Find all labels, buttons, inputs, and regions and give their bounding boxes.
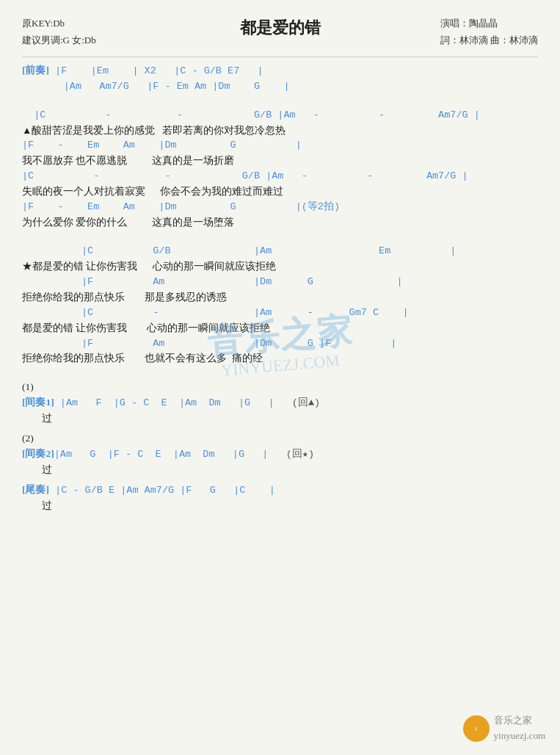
interlude2-lyric: 过 xyxy=(22,463,538,478)
prelude-line2: |Am Am7/G |F - Em Am |Dm G | xyxy=(22,79,538,95)
ch-lyric1: ★都是爱的错 让你伤害我 心动的那一瞬间就应该拒绝 xyxy=(22,259,538,275)
interlude1-line: [间奏1] |Am F |G - C E |Am Dm |G | (回▲) xyxy=(22,395,538,411)
v1-lyric1: ▲酸甜苦涩是我爱上你的感觉 若即若离的你对我忽冷忽热 xyxy=(22,123,538,139)
ch-chord2: |F Am |Dm G | xyxy=(22,275,538,290)
annotation2: (2) xyxy=(22,431,538,447)
v1-lyric3: 失眠的夜一个人对抗着寂寞 你会不会为我的难过而难过 xyxy=(22,184,538,200)
prelude-line1: [前奏] |F |Em | X2 |C - G/B E7 | xyxy=(22,63,538,79)
annotation2-block: (2) [间奏2]|Am G |F - C E |Am Dm |G | (回★)… xyxy=(22,431,538,478)
v1-chord4: |F - Em Am |Dm G |(等2拍) xyxy=(22,200,538,215)
interlude2-chords: |Am G |F - C E |Am Dm |G | (回★) xyxy=(54,449,314,460)
lyricist-label: 詞：林沛滴 曲：林沛滴 xyxy=(440,32,538,48)
page-container: 原KEY:Db 建议男调:G 女:Db 都是爱的错 演唱：陶晶晶 詞：林沛滴 曲… xyxy=(22,15,538,514)
artist-info: 演唱：陶晶晶 詞：林沛滴 曲：林沛滴 xyxy=(440,15,538,49)
ch-lyric2: 拒绝你给我的那点快乐 那是多残忍的诱惑 xyxy=(22,290,538,306)
footer-icon-symbol: ♪ xyxy=(474,723,478,734)
annotation1-block: (1) [间奏1] |Am F |G - C E |Am Dm |G | (回▲… xyxy=(22,380,538,427)
prelude-label: [前奏] xyxy=(22,65,49,76)
ch-chord3: |C - |Am - Gm7 C | xyxy=(22,306,538,321)
footer-icon: ♪ xyxy=(463,715,490,742)
prelude-section: [前奏] |F |Em | X2 |C - G/B E7 | |Am Am7/G… xyxy=(22,63,538,95)
ch-lyric3: 都是爱的错 让你伤害我 心动的那一瞬间就应该拒绝 xyxy=(22,321,538,336)
outro-lyric: 过 xyxy=(22,499,538,514)
v1-lyric4: 为什么爱你 爱你的什么 这真的是一场堕落 xyxy=(22,215,538,231)
v1-chord3: |C - - G/B |Am - - Am7/G | xyxy=(22,169,538,184)
interlude1-label: [间奏1] xyxy=(22,397,54,408)
song-body: [前奏] |F |Em | X2 |C - G/B E7 | |Am Am7/G… xyxy=(22,63,538,514)
page-header: 原KEY:Db 建议男调:G 女:Db 都是爱的错 演唱：陶晶晶 詞：林沛滴 曲… xyxy=(22,15,538,49)
interlude2-label: [间奏2] xyxy=(22,448,54,459)
v1-chord2: |F - Em Am |Dm G | xyxy=(22,138,538,153)
interlude1-chords: |Am F |G - C E |Am Dm |G | (回▲) xyxy=(54,397,320,408)
outro-label: [尾奏] xyxy=(22,484,49,495)
outro-chords: |C - G/B E |Am Am7/G |F G |C | xyxy=(49,485,275,496)
footer-site: 音乐之家 xyxy=(494,713,545,729)
ch-chord1: |C G/B |Am Em | xyxy=(22,244,538,259)
v1-chord1: |C - - G/B |Am - - Am7/G | xyxy=(22,108,538,123)
prelude-chords1: |F |Em | X2 |C - G/B E7 | xyxy=(49,65,263,76)
ch-lyric4: 拒绝你给我的那点快乐 也就不会有这么多 痛的经 xyxy=(22,351,538,366)
interlude2-line: [间奏2]|Am G |F - C E |Am Dm |G | (回★) xyxy=(22,447,538,463)
header-divider xyxy=(22,57,538,57)
chorus-block: |C G/B |Am Em | ★都是爱的错 让你伤害我 心动的那一瞬间就应该拒… xyxy=(22,244,538,366)
annotation1: (1) xyxy=(22,380,538,395)
song-title: 都是爱的错 xyxy=(240,15,321,40)
v1-lyric2: 我不愿放弃 也不愿逃脱 这真的是一场折磨 xyxy=(22,153,538,169)
footer-url: yinyuezj.com xyxy=(494,729,545,744)
footer-text: 音乐之家 yinyuezj.com xyxy=(494,713,545,744)
ch-chord4: |F Am |Dm G |F | xyxy=(22,336,538,352)
footer-watermark: ♪ 音乐之家 yinyuezj.com xyxy=(463,713,545,744)
verse1-block: |C - - G/B |Am - - Am7/G | ▲酸甜苦涩是我爱上你的感觉… xyxy=(22,108,538,231)
artist-label: 演唱：陶晶晶 xyxy=(440,15,538,32)
outro-line: [尾奏] |C - G/B E |Am Am7/G |F G |C | xyxy=(22,483,538,499)
interlude1-lyric: 过 xyxy=(22,411,538,427)
outro-block: [尾奏] |C - G/B E |Am Am7/G |F G |C | 过 xyxy=(22,483,538,514)
